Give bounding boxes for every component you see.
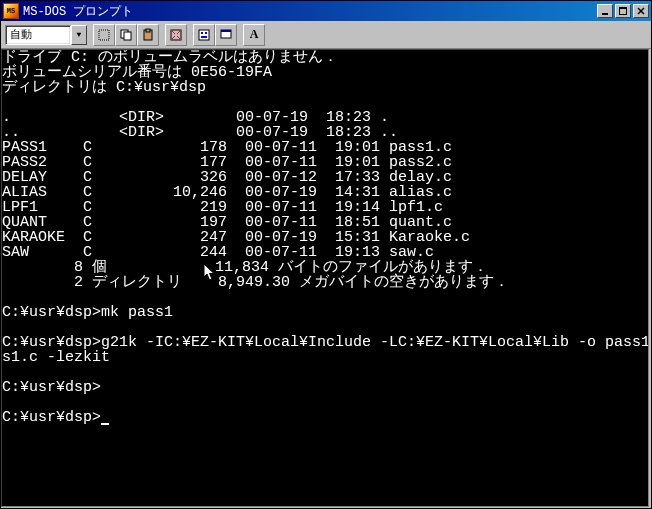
svg-rect-16	[201, 32, 203, 34]
window-title: MS-DOS プロンプト	[23, 3, 597, 20]
background-button[interactable]	[215, 24, 237, 46]
fullscreen-button[interactable]	[165, 24, 187, 46]
svg-rect-20	[221, 30, 231, 32]
svg-rect-0	[602, 13, 608, 15]
svg-line-13	[171, 36, 175, 40]
titlebar[interactable]: MS MS-DOS プロンプト	[1, 1, 651, 21]
svg-rect-7	[124, 32, 131, 40]
dropdown-icon[interactable]: ▼	[71, 25, 87, 45]
svg-line-11	[171, 30, 175, 34]
console-area[interactable]: ドライブ C: のボリュームラベルはありません． ボリュームシリアル番号は 0E…	[1, 49, 649, 507]
properties-button[interactable]	[193, 24, 215, 46]
svg-rect-15	[199, 30, 209, 40]
text-cursor	[101, 423, 109, 425]
mark-button[interactable]	[93, 24, 115, 46]
svg-line-14	[177, 36, 181, 40]
font-size-select[interactable]: 自動 ▼	[5, 25, 87, 45]
dos-window: MS MS-DOS プロンプト 自動 ▼	[0, 0, 652, 509]
svg-rect-18	[201, 36, 207, 38]
minimize-button[interactable]	[597, 4, 613, 18]
svg-rect-9	[146, 29, 150, 32]
dos-app-icon: MS	[3, 3, 19, 19]
close-button[interactable]	[633, 4, 649, 18]
font-button[interactable]: A	[243, 24, 265, 46]
font-size-value[interactable]: 自動	[5, 25, 71, 45]
svg-line-12	[177, 30, 181, 34]
svg-rect-2	[619, 7, 627, 9]
svg-rect-17	[205, 32, 207, 34]
maximize-button[interactable]	[615, 4, 631, 18]
paste-button[interactable]	[137, 24, 159, 46]
copy-button[interactable]	[115, 24, 137, 46]
svg-rect-5	[99, 30, 109, 40]
toolbar: 自動 ▼ A	[1, 21, 651, 49]
